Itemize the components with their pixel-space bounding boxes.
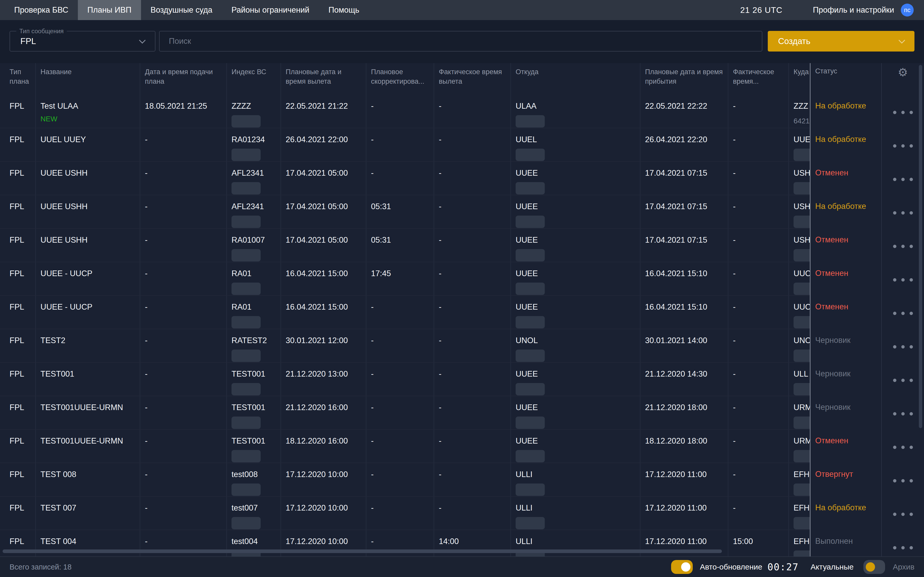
column-header-3: Индекс ВС [226,63,281,95]
profile-settings-link[interactable]: Профиль и настройки [813,5,894,15]
table-row[interactable]: FPL UUEE - UUCP - RA01 16.04.2021 15:00 … [0,262,924,296]
aircraft-tag-pill [231,383,261,395]
table-row[interactable]: FPL UUEE - UUCP - RA01 16.04.2021 15:00 … [0,296,924,329]
row-actions [881,229,924,262]
row-actions [881,195,924,229]
nav-tab-3[interactable]: Районы ограничений [222,0,319,20]
search-box [159,31,762,52]
more-actions-button[interactable] [893,312,913,315]
cell-planned-departure: 26.04.2021 22:00 [281,128,366,161]
auto-update-timer: 00:27 [767,562,799,573]
cell-corrected-departure: - [366,128,434,161]
more-actions-button[interactable] [893,211,913,214]
table-row[interactable]: FPL Test ULAANEW 18.05.2021 21:25 ZZZZ 2… [0,95,924,128]
cell-plan-type: FPL [0,229,36,262]
more-actions-button[interactable] [893,144,913,148]
more-actions-button[interactable] [893,379,913,382]
auto-update-toggle[interactable] [671,560,693,574]
cell-aircraft-index: AFL2341 [226,162,281,195]
cell-plan-type: FPL [0,463,36,496]
cell-plan-type: FPL [0,128,36,161]
avatar[interactable]: пс [901,3,914,16]
row-actions [881,496,924,530]
table-header: Тип планаНазваниеДата и время подачи пла… [0,63,924,95]
column-header-1: Название [36,63,140,95]
table-row[interactable]: FPL UUEL UUEY - RA01234 26.04.2021 22:00… [0,128,924,162]
cell-planned-departure: 30.01.2021 12:00 [281,329,366,362]
cell-planned-departure: 21.12.2020 13:00 [281,363,366,396]
table-row[interactable]: FPL TEST2 - RATEST2 30.01.2021 12:00 - -… [0,329,924,363]
cell-submitted: - [140,396,226,429]
cell-name: TEST001UUEE-URMN [36,396,140,429]
create-button[interactable]: Создать [768,31,914,52]
cell-aircraft-index: ZZZZ [226,95,281,128]
cell-status: На обработке [811,496,881,530]
table-row[interactable]: FPL UUEE USHH - RA01007 17.04.2021 05:00… [0,229,924,262]
nav-right: 21 26 UTC Профиль и настройки пс [740,0,924,20]
table-row[interactable]: FPL TEST 008 - test008 17.12.2020 10:00 … [0,463,924,496]
cell-planned-departure: 16.04.2021 15:00 [281,296,366,329]
cell-actual-departure: - [434,363,510,396]
origin-tag-pill [515,182,545,195]
nav-tab-1[interactable]: Планы ИВП [78,0,141,20]
horizontal-scrollbar[interactable] [3,550,722,553]
cell-aircraft-index: TEST001 [226,430,281,463]
column-header-0: Тип плана [0,63,36,95]
more-actions-button[interactable] [893,479,913,482]
more-actions-button[interactable] [893,412,913,416]
cell-actual-departure: - [434,329,510,362]
cell-origin: ULLI [510,496,640,530]
search-input[interactable] [160,31,762,51]
cell-aircraft-index: RA01 [226,296,281,329]
more-actions-button[interactable] [893,178,913,181]
nav-tab-2[interactable]: Воздушные суда [141,0,222,20]
more-actions-button[interactable] [893,278,913,282]
new-badge: NEW [40,114,137,124]
cell-planned-arrival: 30.01.2021 14:00 [640,329,728,362]
more-actions-button[interactable] [893,111,913,114]
more-actions-button[interactable] [893,513,913,516]
cell-actual-departure: - [434,262,510,295]
table-row[interactable]: FPL TEST 007 - test007 17.12.2020 10:00 … [0,496,924,530]
nav-tab-0[interactable]: Проверка БВС [5,0,78,20]
table-row[interactable]: FPL TEST001UUEE-URMN - TEST001 18.12.202… [0,430,924,463]
row-actions [881,95,924,128]
origin-tag-pill [515,383,545,395]
more-actions-button[interactable] [893,546,913,550]
table-row[interactable]: FPL UUEE USHH - AFL2341 17.04.2021 05:00… [0,195,924,229]
cell-corrected-departure: - [366,162,434,195]
more-actions-button[interactable] [893,245,913,248]
column-header-5: Плановое скорректирова... [366,63,434,95]
cell-actual-departure: - [434,229,510,262]
cell-aircraft-index: RA01 [226,262,281,295]
cell-corrected-departure: - [366,95,434,128]
more-actions-button[interactable] [893,345,913,348]
status-row: На обработке [811,128,924,162]
column-header-9: Фактическое время... [728,63,788,95]
cell-planned-departure: 21.12.2020 16:00 [281,396,366,429]
cell-planned-arrival: 17.04.2021 07:15 [640,229,728,262]
cell-submitted: - [140,128,226,161]
cell-submitted: - [140,463,226,496]
cell-name: UUEE USHH [36,229,140,262]
table-row[interactable]: FPL UUEE USHH - AFL2341 17.04.2021 05:00… [0,162,924,195]
pinned-status-panel: Статус ⚙ На обработке На обработке Отмен… [810,63,924,556]
status-row: Отменен [811,229,924,262]
cell-planned-arrival: 16.04.2021 15:10 [640,262,728,295]
cell-origin: UUEE [510,229,640,262]
archive-filter-label: Архив [893,562,914,571]
status-row: Отменен [811,162,924,195]
vertical-scrollbar[interactable] [919,65,922,428]
cell-plan-type: FPL [0,162,36,195]
cell-submitted: - [140,262,226,295]
table-row[interactable]: FPL TEST001UUEE-URMN - TEST001 21.12.202… [0,396,924,430]
cell-submitted: - [140,329,226,362]
archive-toggle[interactable] [863,560,885,574]
table-row[interactable]: FPL TEST001 - TEST001 21.12.2020 13:00 -… [0,363,924,396]
gear-icon[interactable]: ⚙ [898,67,908,95]
cell-planned-arrival: 17.12.2020 11:00 [640,496,728,530]
bottom-bar-controls: Авто-обновление 00:27 Актуальные Архив [671,560,914,574]
nav-tab-4[interactable]: Помощь [319,0,369,20]
message-type-select[interactable]: Тип сообщения FPL [10,31,155,52]
more-actions-button[interactable] [893,446,913,449]
